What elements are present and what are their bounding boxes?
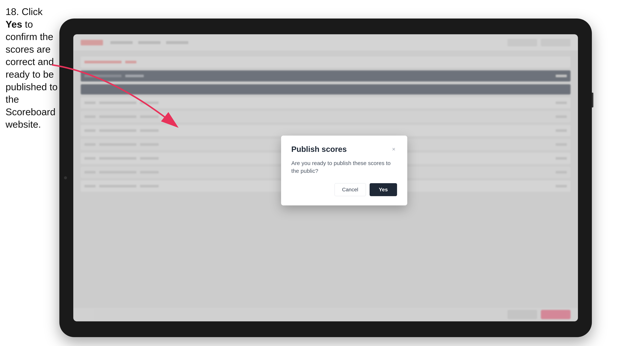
- modal-header: Publish scores ×: [291, 145, 397, 154]
- instruction-bold: Yes: [6, 19, 22, 30]
- publish-scores-modal: Publish scores × Are you ready to publis…: [281, 136, 407, 205]
- tablet-side-button: [592, 93, 593, 107]
- instruction-block: 18. Click Yes to confirm the scores are …: [6, 5, 59, 131]
- modal-body-text: Are you ready to publish these scores to…: [291, 159, 397, 175]
- cancel-button[interactable]: Cancel: [334, 183, 366, 196]
- modal-overlay: Publish scores × Are you ready to publis…: [73, 34, 578, 321]
- tablet-screen: Publish scores × Are you ready to publis…: [73, 34, 578, 321]
- step-number: 18.: [6, 6, 19, 17]
- tablet-camera: [64, 176, 67, 179]
- modal-footer: Cancel Yes: [291, 183, 397, 196]
- yes-button[interactable]: Yes: [370, 183, 397, 196]
- instruction-text-plain: Click: [22, 6, 43, 17]
- modal-title: Publish scores: [291, 145, 347, 154]
- instruction-text-after: to confirm the scores are correct and re…: [6, 19, 58, 130]
- modal-close-button[interactable]: ×: [390, 146, 397, 153]
- tablet-device: Publish scores × Are you ready to publis…: [59, 18, 592, 337]
